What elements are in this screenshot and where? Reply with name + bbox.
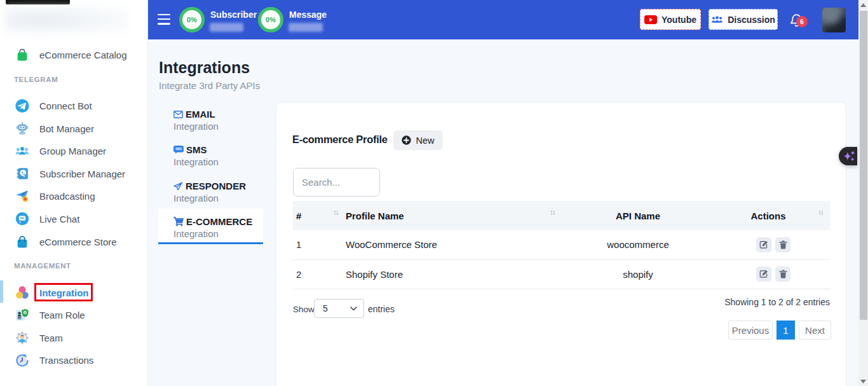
chevron-down-icon — [350, 307, 357, 311]
search-input[interactable] — [293, 168, 380, 196]
scroll-up-arrow[interactable] — [858, 0, 868, 10]
sidebar-item-label: Group Manager — [39, 146, 106, 156]
sidebar-item-live-chat[interactable]: Live Chat — [0, 208, 148, 230]
column-header-num[interactable]: # — [293, 201, 341, 230]
subnav-item-sublabel: Integration — [173, 156, 263, 167]
table-row: 1 WooCommerce Store woocommerce — [293, 230, 831, 259]
trash-icon — [779, 240, 787, 249]
cart-icon — [173, 217, 184, 226]
sidebar-item-label: Broadcasting — [39, 191, 95, 202]
column-header-actions[interactable]: Actions — [716, 201, 831, 230]
youtube-button[interactable]: Youtube — [640, 9, 701, 30]
sidebar-item-label: Team — [39, 333, 63, 343]
subnav-item-email[interactable]: EMAIL Integration — [158, 104, 263, 136]
new-button[interactable]: New — [393, 130, 443, 150]
subnav-item-label: RESPONDER — [186, 181, 246, 191]
subnav-item-ecommerce[interactable]: E-COMMERCE Integration — [158, 212, 263, 244]
history-clock-icon — [15, 352, 30, 368]
page-subtitle: Integrate 3rd Party APIs — [159, 80, 260, 91]
notification-count-badge[interactable]: 6 — [796, 16, 808, 27]
cell-num: 1 — [293, 230, 341, 259]
sidebar-item-team[interactable]: Team — [0, 327, 148, 348]
sidebar-item-ecommerce-catalog[interactable]: eCommerce Catalog — [0, 44, 148, 65]
discussion-button[interactable]: Discussion — [709, 9, 778, 30]
send-plane-icon — [173, 182, 183, 191]
ecommerce-profile-card: E-commerce Profile New # — [276, 102, 846, 386]
message-progress-circle: 0% — [258, 7, 283, 32]
message-stat-label: Message — [289, 10, 327, 20]
sidebar-item-label: eCommerce Catalog — [39, 50, 127, 60]
youtube-button-label: Youtube — [661, 15, 696, 25]
sidebar-item-subscriber-manager[interactable]: Subscriber Manager — [0, 163, 148, 184]
subnav-item-label: SMS — [186, 144, 207, 155]
sidebar-item-label: Bot Manager — [39, 123, 94, 134]
sidebar-item-transactions[interactable]: Transactions — [0, 349, 148, 371]
shopping-bag-blue-icon — [15, 234, 30, 249]
subscriber-progress-value: 0% — [187, 16, 197, 24]
svg-text:SMS: SMS — [175, 148, 182, 151]
sidebar-item-label: Live Chat — [39, 214, 79, 224]
discussion-button-label: Discussion — [728, 15, 775, 25]
avatar-blurred-photo — [822, 8, 846, 32]
delete-button[interactable] — [775, 266, 790, 282]
sidebar-section-management: MANAGEMENT — [14, 262, 71, 270]
pagination-current-page[interactable]: 1 — [776, 321, 795, 340]
vertical-scrollbar[interactable] — [858, 0, 868, 386]
topbar: 0% Subscriber 0% Message Youtube D — [148, 0, 858, 39]
scroll-down-arrow[interactable] — [858, 376, 868, 386]
sidebar-item-group-manager[interactable]: Group Manager — [0, 140, 148, 162]
users-icon — [711, 15, 723, 24]
cell-profile-name: Shopify Store — [341, 259, 560, 289]
sort-icon[interactable] — [333, 207, 339, 218]
subnav-item-label: EMAIL — [186, 109, 215, 120]
show-label: Show — [293, 305, 315, 314]
envelope-icon — [173, 111, 183, 118]
column-header-api-name[interactable]: API Name — [560, 201, 716, 230]
trash-icon — [779, 270, 787, 279]
edit-icon — [759, 240, 768, 249]
profiles-table: # Profile Name API Name — [293, 201, 831, 289]
ai-assistant-fab[interactable] — [839, 147, 857, 165]
sidebar-item-bot-manager[interactable]: Bot Manager — [0, 118, 148, 139]
subscriber-stat-label: Subscriber — [210, 10, 257, 20]
contact-book-icon — [15, 166, 30, 181]
hamburger-menu-icon[interactable] — [158, 14, 170, 25]
subnav-item-label: E-COMMERCE — [186, 216, 252, 227]
subnav-item-responder[interactable]: RESPONDER Integration — [158, 176, 263, 208]
entries-per-page-select[interactable]: 5 — [314, 299, 364, 318]
avatar[interactable] — [822, 8, 846, 32]
cell-actions — [716, 230, 831, 259]
sidebar-item-broadcasting[interactable]: Broadcasting — [0, 185, 148, 207]
chat-bubble-icon — [15, 211, 30, 226]
sms-bubble-icon: SMS — [173, 146, 184, 154]
color-circles-icon — [15, 285, 30, 300]
scrollbar-thumb[interactable] — [860, 11, 867, 320]
message-stat-value-redacted — [288, 23, 323, 32]
cell-profile-name: WooCommerce Store — [341, 230, 560, 259]
sort-icon[interactable] — [550, 207, 556, 218]
sidebar-item-label: eCommerce Store — [39, 237, 117, 247]
subscriber-progress-circle: 0% — [179, 7, 205, 32]
subnav-item-sublabel: Integration — [173, 228, 263, 239]
pagination-previous-button[interactable]: Previous — [728, 321, 773, 340]
card-title: E-commerce Profile — [292, 134, 388, 146]
edit-button[interactable] — [756, 237, 771, 252]
subnav-item-sublabel: Integration — [173, 121, 263, 132]
sidebar-item-connect-bot[interactable]: Connect Bot — [0, 95, 148, 116]
sidebar-item-ecommerce-store[interactable]: eCommerce Store — [0, 231, 148, 252]
sidebar-item-team-role[interactable]: Team Role — [0, 304, 148, 326]
column-header-profile-name[interactable]: Profile Name — [341, 201, 560, 230]
sidebar-section-telegram: TELEGRAM — [14, 76, 58, 83]
sidebar-item-label: Connect Bot — [39, 100, 92, 111]
table-row: 2 Shopify Store shopify — [293, 259, 831, 289]
subnav-item-sms[interactable]: SMS SMS Integration — [158, 140, 263, 172]
sidebar: eCommerce Catalog TELEGRAM Connect Bot — [0, 0, 148, 386]
gear-person-icon — [15, 330, 30, 345]
sort-icon[interactable] — [818, 207, 824, 218]
delete-button[interactable] — [775, 237, 790, 252]
pagination-next-button[interactable]: Next — [799, 321, 831, 340]
sidebar-item-label: Subscriber Manager — [39, 169, 125, 179]
cell-actions — [716, 259, 831, 289]
edit-icon — [759, 270, 768, 279]
edit-button[interactable] — [756, 266, 771, 282]
